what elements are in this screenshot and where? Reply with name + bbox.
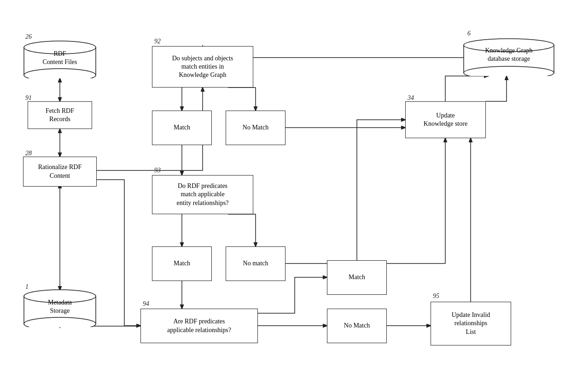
- fetch-rdf-records: Fetch RDFRecords: [28, 101, 92, 129]
- update-invalid-list: Update InvalidrelationshipsList: [431, 302, 511, 345]
- no-match-1: No Match: [226, 111, 286, 145]
- are-predicates-applicable: Are RDF predicatesapplicable relationshi…: [140, 309, 258, 343]
- no-match-3: No Match: [327, 309, 387, 343]
- label-34: 34: [408, 94, 414, 102]
- label-6: 6: [467, 30, 471, 37]
- do-predicates-match: Do RDF predicatesmatch applicableentity …: [152, 175, 253, 214]
- label-95: 95: [433, 293, 439, 300]
- no-match-2: No match: [226, 246, 286, 281]
- rdf-content-files: RDFContent Files: [23, 41, 97, 78]
- label-26: 26: [25, 33, 32, 41]
- label-28: 28: [25, 150, 32, 157]
- label-92: 92: [154, 38, 161, 45]
- knowledge-graph-storage: Knowledge Graphdatabase storage: [463, 38, 555, 76]
- match-2: Match: [152, 246, 212, 281]
- diagram-container: 26 91 28 1 92 93 94 34 95 6 RDFContent F…: [0, 0, 571, 392]
- label-94: 94: [143, 300, 149, 308]
- match-3: Match: [327, 260, 387, 295]
- metadata-storage: MetadataStorage: [23, 289, 97, 327]
- match-1: Match: [152, 111, 212, 145]
- label-93: 93: [154, 167, 161, 174]
- do-subjects-match: Do subjects and objectsmatch entities in…: [152, 46, 253, 88]
- label-91: 91: [25, 94, 32, 102]
- rationalize-rdf-content: Rationalize RDFContent: [23, 157, 97, 187]
- update-knowledge-store: UpdateKnowledge store: [405, 101, 486, 138]
